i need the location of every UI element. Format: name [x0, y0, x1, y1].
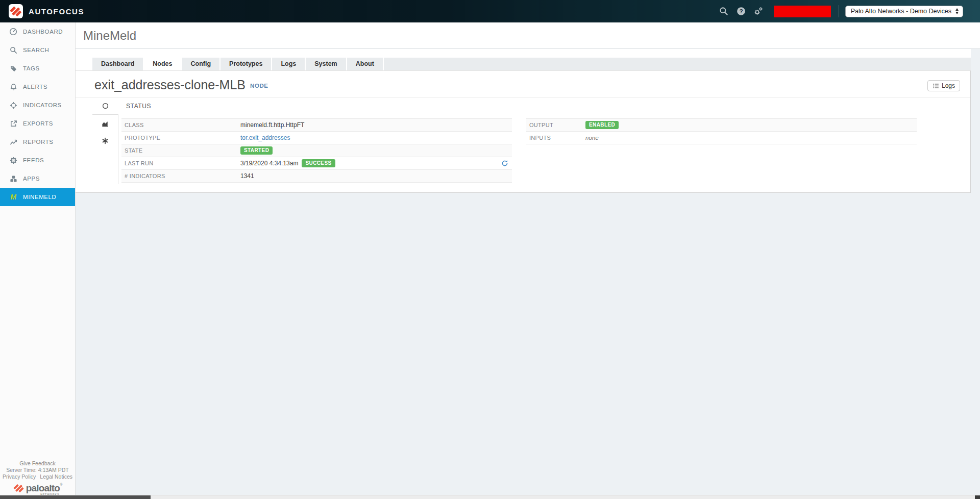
detail-row-prototype: PROTOTYPE tor.exit_addresses [121, 132, 512, 144]
page-title: MineMeld [83, 29, 136, 43]
node-heading: Logs exit_addresses-clone-MLBNODE [76, 71, 970, 97]
sidebar-item-label: TAGS [23, 65, 40, 71]
sidebar-item-indicators[interactable]: INDICATORS [0, 96, 75, 114]
paloalto-wordmark: paloalto [26, 483, 60, 493]
horizontal-scrollbar-thumb[interactable] [0, 495, 151, 499]
detail-row-state: STATE STARTED [121, 144, 512, 157]
rail-tab-stats-chart[interactable] [92, 115, 118, 132]
minemeld-logo-icon: M [9, 193, 17, 201]
node-name: exit_addresses-clone-MLB [94, 78, 246, 92]
tab-system[interactable]: System [306, 58, 347, 70]
node-details-table-left: CLASS minemeld.ft.http.HttpFT PROTOTYPE … [121, 118, 512, 183]
autofocus-logo-icon [9, 4, 23, 18]
sidebar-item-exports[interactable]: EXPORTS [0, 114, 75, 133]
give-feedback-link[interactable]: Give Feedback [19, 460, 56, 466]
detail-row-indicators: # INDICATORS 1341 [121, 170, 512, 183]
paloalto-networks-logo: paloalto® NETWORKS [0, 483, 75, 494]
sidebar-item-tags[interactable]: TAGS [0, 59, 75, 78]
last-run-status-badge: SUCCESS [302, 159, 335, 167]
inputs-value: none [585, 135, 599, 141]
indicators-count: 1341 [240, 172, 254, 180]
account-selector[interactable]: Palo Alto Networks - Demo Devices [845, 6, 963, 17]
sidebar-item-label: MINEMELD [23, 194, 57, 200]
sidebar-item-label: SEARCH [23, 47, 50, 53]
sidebar-item-label: ALERTS [23, 84, 47, 90]
detail-label: LAST RUN [121, 160, 240, 166]
sidebar-footer: Give Feedback Server Time: 4:13AM PDT Pr… [0, 460, 75, 494]
rail-tab-status[interactable] [92, 97, 118, 115]
detail-row-output: OUTPUT ENABLED [526, 119, 917, 132]
settings-gears-icon[interactable] [753, 6, 764, 16]
detail-row-class: CLASS minemeld.ft.http.HttpFT [121, 119, 512, 132]
asterisk-icon [102, 137, 109, 144]
node-detail-panel: Logs exit_addresses-clone-MLBNODE [76, 70, 971, 193]
detail-label: PROTOTYPE [121, 135, 240, 141]
detail-label: CLASS [121, 122, 240, 128]
main-content: MineMeld Dashboard Nodes Config Prototyp… [76, 22, 980, 499]
circle-icon [102, 102, 109, 110]
sidebar-item-feeds[interactable]: FEEDS [0, 151, 75, 169]
sidebar-item-search[interactable]: SEARCH [0, 41, 75, 59]
area-chart-icon [102, 120, 109, 128]
sidebar-item-label: APPS [23, 176, 40, 182]
detail-value: minemeld.ft.http.HttpFT [240, 121, 304, 129]
detail-row-inputs: INPUTS none [526, 132, 917, 144]
privacy-policy-link[interactable]: Privacy Policy [3, 473, 36, 480]
sidebar-item-dashboard[interactable]: DASHBOARD [0, 22, 75, 41]
line-chart-icon [9, 138, 17, 146]
tab-nodes[interactable]: Nodes [144, 58, 182, 70]
tab-prototypes[interactable]: Prototypes [220, 58, 272, 70]
node-type-label: NODE [250, 83, 268, 89]
legal-notices-link[interactable]: Legal Notices [40, 473, 72, 480]
external-link-icon [9, 119, 17, 128]
dashboard-icon [9, 28, 17, 36]
node-details-table-right: OUTPUT ENABLED INPUTS none [526, 118, 917, 183]
node-view-rail [92, 97, 118, 184]
app-name: AUTOFOCUS [29, 7, 84, 16]
account-selector-value: Palo Alto Networks - Demo Devices [851, 8, 951, 15]
detail-label: OUTPUT [526, 122, 585, 128]
sidebar-nav: DASHBOARD SEARCH TAGS ALERTS INDICATORS [0, 22, 76, 499]
scrollbar-corner-grip [975, 495, 980, 499]
logs-button[interactable]: Logs [927, 80, 960, 91]
sidebar-item-reports[interactable]: REPORTS [0, 133, 75, 151]
sidebar-item-label: FEEDS [23, 157, 44, 163]
redacted-username [774, 6, 831, 17]
header-divider [839, 5, 839, 17]
sidebar-item-label: DASHBOARD [23, 29, 63, 35]
logs-button-label: Logs [942, 82, 955, 89]
last-run-timestamp: 3/19/2020 4:34:13am [240, 160, 298, 167]
detail-label: STATE [121, 147, 240, 154]
search-icon[interactable] [719, 6, 729, 16]
status-section-title: STATUS [121, 97, 970, 115]
state-badge: STARTED [240, 146, 273, 155]
server-time: Server Time: 4:13AM PDT [0, 467, 75, 473]
tab-config[interactable]: Config [182, 58, 221, 70]
sidebar-item-alerts[interactable]: ALERTS [0, 78, 75, 96]
sidebar-item-label: EXPORTS [23, 120, 53, 127]
horizontal-scrollbar[interactable] [0, 495, 980, 499]
output-badge: ENABLED [585, 121, 619, 129]
cubes-icon [9, 174, 17, 183]
help-icon[interactable]: ? [736, 6, 746, 16]
tab-about[interactable]: About [347, 58, 384, 70]
top-header-bar: AUTOFOCUS ? Palo Alto Networks - Demo De… [0, 0, 980, 22]
sidebar-item-minemeld[interactable]: M MINEMELD [0, 188, 75, 206]
tab-bar: Dashboard Nodes Config Prototypes Logs S… [92, 58, 971, 70]
detail-label: # INDICATORS [121, 173, 240, 179]
page-title-block: MineMeld [76, 22, 980, 49]
tab-dashboard[interactable]: Dashboard [92, 58, 144, 70]
search-icon [9, 46, 17, 54]
tab-logs[interactable]: Logs [272, 58, 306, 70]
list-icon [933, 83, 939, 89]
tag-icon [9, 64, 17, 72]
sidebar-item-label: REPORTS [23, 139, 54, 145]
sidebar-item-apps[interactable]: APPS [0, 169, 75, 188]
status-section: STATUS CLASS minemeld.ft.http.HttpFT PRO… [76, 97, 970, 184]
rail-tab-settings[interactable] [92, 132, 118, 149]
gear-icon [9, 156, 17, 164]
crosshair-icon [9, 101, 17, 109]
refresh-icon[interactable] [501, 160, 508, 167]
prototype-link[interactable]: tor.exit_addresses [240, 134, 290, 141]
registered-mark: ® [60, 483, 62, 486]
